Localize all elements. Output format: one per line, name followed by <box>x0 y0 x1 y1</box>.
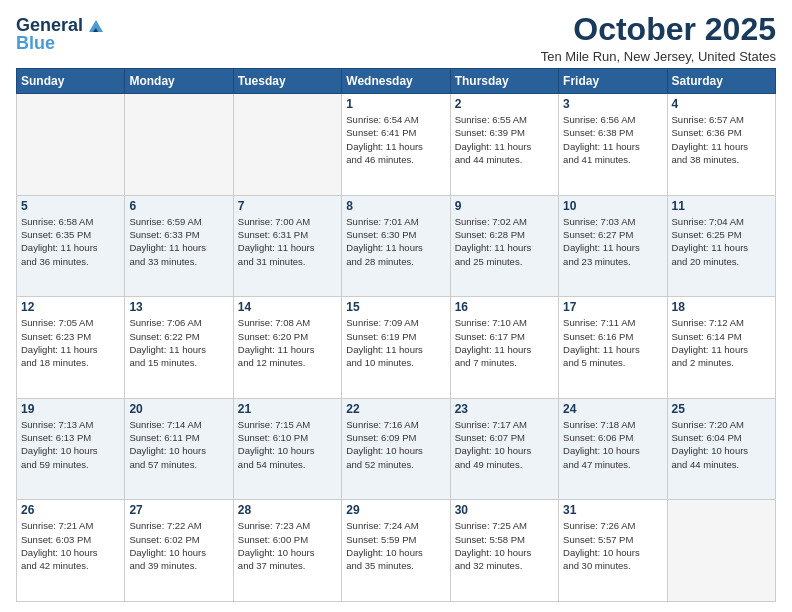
day-info: Sunrise: 7:20 AMSunset: 6:04 PMDaylight:… <box>672 418 771 471</box>
day-info: Sunrise: 7:05 AMSunset: 6:23 PMDaylight:… <box>21 316 120 369</box>
day-info: Sunrise: 7:17 AMSunset: 6:07 PMDaylight:… <box>455 418 554 471</box>
table-row: 11Sunrise: 7:04 AMSunset: 6:25 PMDayligh… <box>667 195 775 297</box>
day-info: Sunrise: 7:15 AMSunset: 6:10 PMDaylight:… <box>238 418 337 471</box>
day-number: 5 <box>21 199 120 213</box>
table-row: 8Sunrise: 7:01 AMSunset: 6:30 PMDaylight… <box>342 195 450 297</box>
day-info: Sunrise: 7:26 AMSunset: 5:57 PMDaylight:… <box>563 519 662 572</box>
calendar-week-row: 19Sunrise: 7:13 AMSunset: 6:13 PMDayligh… <box>17 398 776 500</box>
table-row: 12Sunrise: 7:05 AMSunset: 6:23 PMDayligh… <box>17 297 125 399</box>
col-wednesday: Wednesday <box>342 69 450 94</box>
day-info: Sunrise: 7:01 AMSunset: 6:30 PMDaylight:… <box>346 215 445 268</box>
table-row: 10Sunrise: 7:03 AMSunset: 6:27 PMDayligh… <box>559 195 667 297</box>
day-number: 24 <box>563 402 662 416</box>
day-number: 2 <box>455 97 554 111</box>
table-row: 4Sunrise: 6:57 AMSunset: 6:36 PMDaylight… <box>667 94 775 196</box>
table-row: 15Sunrise: 7:09 AMSunset: 6:19 PMDayligh… <box>342 297 450 399</box>
day-number: 23 <box>455 402 554 416</box>
day-info: Sunrise: 7:14 AMSunset: 6:11 PMDaylight:… <box>129 418 228 471</box>
col-tuesday: Tuesday <box>233 69 341 94</box>
day-info: Sunrise: 7:22 AMSunset: 6:02 PMDaylight:… <box>129 519 228 572</box>
table-row: 6Sunrise: 6:59 AMSunset: 6:33 PMDaylight… <box>125 195 233 297</box>
day-number: 26 <box>21 503 120 517</box>
day-info: Sunrise: 6:58 AMSunset: 6:35 PMDaylight:… <box>21 215 120 268</box>
table-row: 18Sunrise: 7:12 AMSunset: 6:14 PMDayligh… <box>667 297 775 399</box>
day-info: Sunrise: 7:10 AMSunset: 6:17 PMDaylight:… <box>455 316 554 369</box>
col-thursday: Thursday <box>450 69 558 94</box>
day-number: 11 <box>672 199 771 213</box>
calendar-week-row: 1Sunrise: 6:54 AMSunset: 6:41 PMDaylight… <box>17 94 776 196</box>
table-row: 17Sunrise: 7:11 AMSunset: 6:16 PMDayligh… <box>559 297 667 399</box>
day-info: Sunrise: 6:57 AMSunset: 6:36 PMDaylight:… <box>672 113 771 166</box>
logo: General Blue <box>16 16 107 54</box>
table-row: 2Sunrise: 6:55 AMSunset: 6:39 PMDaylight… <box>450 94 558 196</box>
table-row: 3Sunrise: 6:56 AMSunset: 6:38 PMDaylight… <box>559 94 667 196</box>
day-info: Sunrise: 7:04 AMSunset: 6:25 PMDaylight:… <box>672 215 771 268</box>
day-number: 20 <box>129 402 228 416</box>
table-row: 30Sunrise: 7:25 AMSunset: 5:58 PMDayligh… <box>450 500 558 602</box>
day-info: Sunrise: 7:03 AMSunset: 6:27 PMDaylight:… <box>563 215 662 268</box>
table-row <box>125 94 233 196</box>
col-monday: Monday <box>125 69 233 94</box>
day-number: 21 <box>238 402 337 416</box>
table-row: 27Sunrise: 7:22 AMSunset: 6:02 PMDayligh… <box>125 500 233 602</box>
day-number: 16 <box>455 300 554 314</box>
table-row: 13Sunrise: 7:06 AMSunset: 6:22 PMDayligh… <box>125 297 233 399</box>
day-number: 10 <box>563 199 662 213</box>
logo-icon <box>85 14 107 36</box>
table-row: 28Sunrise: 7:23 AMSunset: 6:00 PMDayligh… <box>233 500 341 602</box>
header: General Blue October 2025 Ten Mile Run, … <box>16 12 776 64</box>
table-row: 7Sunrise: 7:00 AMSunset: 6:31 PMDaylight… <box>233 195 341 297</box>
table-row: 29Sunrise: 7:24 AMSunset: 5:59 PMDayligh… <box>342 500 450 602</box>
col-sunday: Sunday <box>17 69 125 94</box>
day-info: Sunrise: 7:24 AMSunset: 5:59 PMDaylight:… <box>346 519 445 572</box>
table-row: 26Sunrise: 7:21 AMSunset: 6:03 PMDayligh… <box>17 500 125 602</box>
table-row: 21Sunrise: 7:15 AMSunset: 6:10 PMDayligh… <box>233 398 341 500</box>
calendar-week-row: 12Sunrise: 7:05 AMSunset: 6:23 PMDayligh… <box>17 297 776 399</box>
table-row: 25Sunrise: 7:20 AMSunset: 6:04 PMDayligh… <box>667 398 775 500</box>
day-number: 30 <box>455 503 554 517</box>
table-row: 5Sunrise: 6:58 AMSunset: 6:35 PMDaylight… <box>17 195 125 297</box>
day-number: 25 <box>672 402 771 416</box>
day-info: Sunrise: 6:56 AMSunset: 6:38 PMDaylight:… <box>563 113 662 166</box>
day-number: 19 <box>21 402 120 416</box>
day-info: Sunrise: 6:54 AMSunset: 6:41 PMDaylight:… <box>346 113 445 166</box>
table-row <box>233 94 341 196</box>
day-number: 31 <box>563 503 662 517</box>
day-number: 14 <box>238 300 337 314</box>
day-number: 6 <box>129 199 228 213</box>
col-friday: Friday <box>559 69 667 94</box>
day-info: Sunrise: 7:18 AMSunset: 6:06 PMDaylight:… <box>563 418 662 471</box>
day-info: Sunrise: 7:00 AMSunset: 6:31 PMDaylight:… <box>238 215 337 268</box>
table-row: 20Sunrise: 7:14 AMSunset: 6:11 PMDayligh… <box>125 398 233 500</box>
day-info: Sunrise: 6:59 AMSunset: 6:33 PMDaylight:… <box>129 215 228 268</box>
day-number: 27 <box>129 503 228 517</box>
day-info: Sunrise: 7:13 AMSunset: 6:13 PMDaylight:… <box>21 418 120 471</box>
day-number: 12 <box>21 300 120 314</box>
table-row <box>667 500 775 602</box>
day-info: Sunrise: 6:55 AMSunset: 6:39 PMDaylight:… <box>455 113 554 166</box>
day-info: Sunrise: 7:21 AMSunset: 6:03 PMDaylight:… <box>21 519 120 572</box>
table-row: 23Sunrise: 7:17 AMSunset: 6:07 PMDayligh… <box>450 398 558 500</box>
day-number: 29 <box>346 503 445 517</box>
table-row: 9Sunrise: 7:02 AMSunset: 6:28 PMDaylight… <box>450 195 558 297</box>
page-container: General Blue October 2025 Ten Mile Run, … <box>0 0 792 612</box>
day-number: 18 <box>672 300 771 314</box>
table-row: 24Sunrise: 7:18 AMSunset: 6:06 PMDayligh… <box>559 398 667 500</box>
day-number: 22 <box>346 402 445 416</box>
table-row: 1Sunrise: 6:54 AMSunset: 6:41 PMDaylight… <box>342 94 450 196</box>
day-number: 7 <box>238 199 337 213</box>
day-info: Sunrise: 7:12 AMSunset: 6:14 PMDaylight:… <box>672 316 771 369</box>
table-row: 19Sunrise: 7:13 AMSunset: 6:13 PMDayligh… <box>17 398 125 500</box>
table-row: 16Sunrise: 7:10 AMSunset: 6:17 PMDayligh… <box>450 297 558 399</box>
day-number: 13 <box>129 300 228 314</box>
location: Ten Mile Run, New Jersey, United States <box>541 49 776 64</box>
day-info: Sunrise: 7:16 AMSunset: 6:09 PMDaylight:… <box>346 418 445 471</box>
day-number: 15 <box>346 300 445 314</box>
day-info: Sunrise: 7:02 AMSunset: 6:28 PMDaylight:… <box>455 215 554 268</box>
day-number: 3 <box>563 97 662 111</box>
day-number: 8 <box>346 199 445 213</box>
calendar-table: Sunday Monday Tuesday Wednesday Thursday… <box>16 68 776 602</box>
day-info: Sunrise: 7:11 AMSunset: 6:16 PMDaylight:… <box>563 316 662 369</box>
day-number: 4 <box>672 97 771 111</box>
day-info: Sunrise: 7:23 AMSunset: 6:00 PMDaylight:… <box>238 519 337 572</box>
